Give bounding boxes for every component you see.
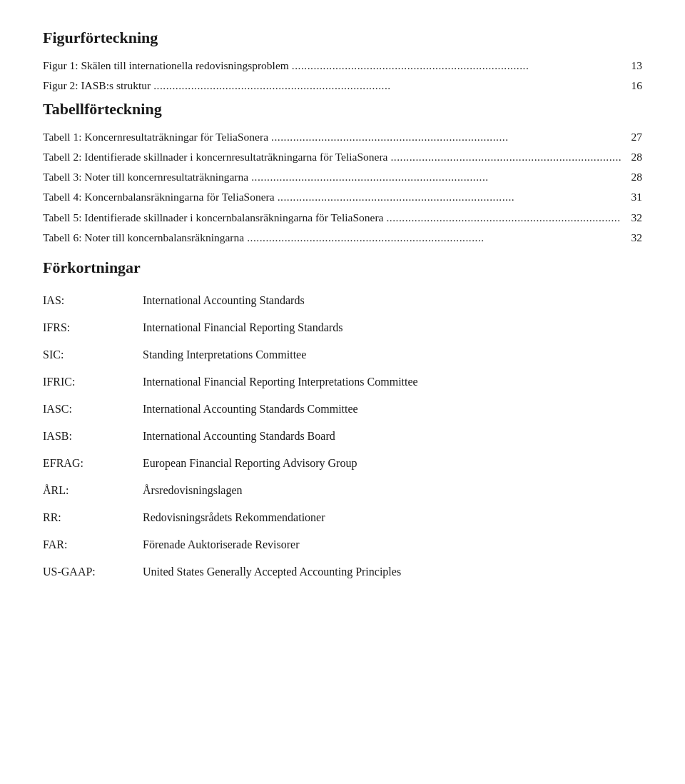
toc-row: Tabell 6: Noter till koncernbalansräknin…	[43, 229, 642, 246]
toc-row: Tabell 2: Identifierade skillnader i kon…	[43, 149, 642, 165]
abbr-definition: International Financial Reporting Standa…	[143, 314, 642, 341]
abbr-row: IASB:International Accounting Standards …	[43, 423, 642, 450]
toc-entry-fill: ........................................…	[268, 129, 621, 145]
abbr-definition: Standing Interpretations Committee	[143, 341, 642, 368]
toc-row: Figur 1: Skälen till internationella red…	[43, 57, 642, 74]
abbr-row: IFRIC:International Financial Reporting …	[43, 368, 642, 396]
toc-entry-page: 13	[621, 57, 642, 74]
abbr-row: IAS:International Accounting Standards	[43, 287, 642, 314]
toc-row: Tabell 3: Noter till koncernresultaträkn…	[43, 169, 642, 185]
abbr-row: SIC:Standing Interpretations Committee	[43, 341, 642, 368]
figurforteckning-title: Figurförteckning	[43, 29, 642, 47]
abbr-definition: Förenade Auktoriserade Revisorer	[143, 531, 642, 558]
toc-entry-page: 28	[621, 149, 642, 165]
abbr-definition: Årsredovisningslagen	[143, 477, 642, 504]
toc-entry-page: 32	[621, 229, 642, 246]
forkortningar-title: Förkortningar	[43, 258, 642, 277]
toc-entry-fill: ........................................…	[383, 209, 621, 226]
toc-row: Tabell 4: Koncernbalansräkningarna för T…	[43, 189, 642, 205]
abbr-row: FAR:Förenade Auktoriserade Revisorer	[43, 531, 642, 558]
toc-entry-fill: ........................................…	[151, 77, 621, 94]
toc-entry-fill: ........................................…	[244, 229, 621, 246]
abbr-row: EFRAG:European Financial Reporting Advis…	[43, 450, 642, 477]
abbr-row: ÅRL:Årsredovisningslagen	[43, 477, 642, 504]
abbr-definition: International Financial Reporting Interp…	[143, 368, 642, 396]
toc-entry-page: 28	[621, 169, 642, 185]
toc-entry-text: Tabell 2: Identifierade skillnader i kon…	[43, 149, 387, 165]
toc-entry-fill: ........................................…	[289, 57, 621, 74]
abbr-row: US-GAAP:United States Generally Accepted…	[43, 558, 642, 586]
toc-entry-text: Tabell 3: Noter till koncernresultaträkn…	[43, 169, 248, 185]
toc-entry-page: 32	[621, 209, 642, 226]
abbr-term: FAR:	[43, 531, 143, 558]
toc-entry-text: Tabell 1: Koncernresultaträkningar för T…	[43, 129, 268, 145]
tabellforteckning-title: Tabellförteckning	[43, 100, 642, 119]
abbr-term: IASB:	[43, 423, 143, 450]
abbr-term: IAS:	[43, 287, 143, 314]
abbr-row: IFRS:International Financial Reporting S…	[43, 314, 642, 341]
abbr-definition: International Accounting Standards Commi…	[143, 396, 642, 423]
abbr-definition: Redovisningsrådets Rekommendationer	[143, 504, 642, 531]
toc-entry-text: Tabell 6: Noter till koncernbalansräknin…	[43, 229, 244, 246]
abbr-row: IASC:International Accounting Standards …	[43, 396, 642, 423]
abbr-term: RR:	[43, 504, 143, 531]
abbr-term: IFRS:	[43, 314, 143, 341]
toc-entry-page: 31	[621, 189, 642, 205]
tabellforteckning-section: Tabellförteckning Tabell 1: Koncernresul…	[43, 100, 642, 246]
toc-entry-page: 16	[621, 77, 642, 94]
toc-entry-fill: ........................................…	[387, 149, 621, 165]
toc-entry-text: Figur 1: Skälen till internationella red…	[43, 57, 289, 74]
abbr-term: IFRIC:	[43, 368, 143, 396]
tabell-entries-container: Tabell 1: Koncernresultaträkningar för T…	[43, 129, 642, 246]
toc-entry-text: Tabell 4: Koncernbalansräkningarna för T…	[43, 189, 275, 205]
abbreviations-table: IAS:International Accounting StandardsIF…	[43, 287, 642, 586]
abbr-definition: United States Generally Accepted Account…	[143, 558, 642, 586]
toc-row: Tabell 5: Identifierade skillnader i kon…	[43, 209, 642, 226]
abbr-row: RR:Redovisningsrådets Rekommendationer	[43, 504, 642, 531]
forkortningar-section: Förkortningar IAS:International Accounti…	[43, 258, 642, 586]
toc-entry-page: 27	[621, 129, 642, 145]
figurforteckning-section: Figurförteckning Figur 1: Skälen till in…	[43, 29, 642, 94]
abbr-term: ÅRL:	[43, 477, 143, 504]
toc-entry-text: Tabell 5: Identifierade skillnader i kon…	[43, 209, 383, 226]
abbr-term: US-GAAP:	[43, 558, 143, 586]
toc-entry-text: Figur 2: IASB:s struktur	[43, 77, 151, 94]
toc-entry-fill: ........................................…	[248, 169, 621, 185]
abbr-definition: International Accounting Standards Board	[143, 423, 642, 450]
abbr-term: EFRAG:	[43, 450, 143, 477]
abbr-term: SIC:	[43, 341, 143, 368]
abbr-definition: International Accounting Standards	[143, 287, 642, 314]
toc-row: Figur 2: IASB:s struktur ...............…	[43, 77, 642, 94]
figur-entries-container: Figur 1: Skälen till internationella red…	[43, 57, 642, 94]
toc-row: Tabell 1: Koncernresultaträkningar för T…	[43, 129, 642, 145]
abbr-term: IASC:	[43, 396, 143, 423]
abbr-definition: European Financial Reporting Advisory Gr…	[143, 450, 642, 477]
toc-entry-fill: ........................................…	[275, 189, 621, 205]
